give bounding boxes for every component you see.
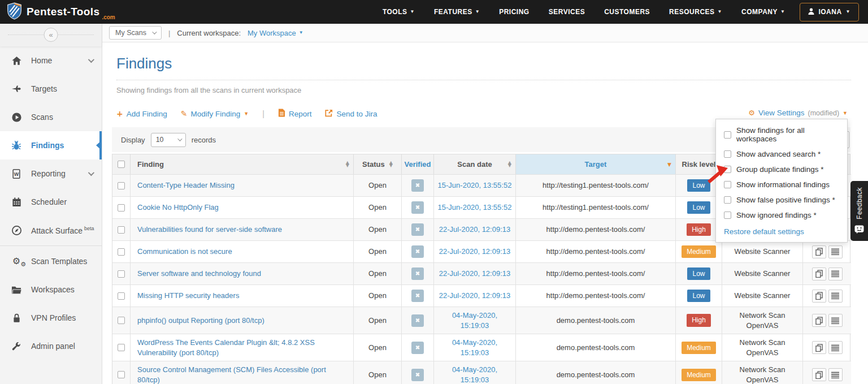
scan-date-link[interactable]: 22-Jul-2020, 12:09:13 xyxy=(439,291,510,301)
scan-date-link[interactable]: 04-May-2020, 15:19:03 xyxy=(437,338,512,357)
select-all-checkbox[interactable] xyxy=(118,161,125,168)
checkbox[interactable] xyxy=(724,212,731,219)
sidebar-collapse-button[interactable]: « xyxy=(44,28,58,42)
user-menu-button[interactable]: IOANA ▼ xyxy=(800,3,859,21)
header-finding[interactable]: Finding▲▼ xyxy=(131,154,354,174)
finding-link[interactable]: Missing HTTP security headers xyxy=(137,291,239,301)
restore-default-settings-link[interactable]: Restore default settings xyxy=(724,227,804,236)
details-list-icon[interactable] xyxy=(828,368,843,381)
sidebar-item-scheduler[interactable]: Scheduler xyxy=(0,188,102,216)
row-checkbox[interactable] xyxy=(118,182,125,189)
duplicate-icon[interactable] xyxy=(812,368,826,381)
row-checkbox[interactable] xyxy=(118,344,125,351)
scan-date-link[interactable]: 22-Jul-2020, 12:09:13 xyxy=(439,225,510,235)
verified-badge[interactable]: ✖ xyxy=(411,369,424,381)
details-list-icon[interactable] xyxy=(828,341,843,354)
nav-item-resources[interactable]: RESOURCES▼ xyxy=(669,8,722,16)
checkbox[interactable] xyxy=(724,150,731,158)
sidebar-item-workspaces[interactable]: Workspaces xyxy=(0,275,102,304)
menu-item-informational[interactable]: Show informational findings xyxy=(724,180,839,189)
gear-icon: ⚙ xyxy=(748,109,755,117)
finding-link[interactable]: Content-Type Header Missing xyxy=(137,180,235,191)
nav-item-company[interactable]: COMPANY▼ xyxy=(741,8,785,16)
workspace-selector-link[interactable]: My Workspace ▼ xyxy=(248,29,303,37)
records-label: records xyxy=(192,136,216,144)
sidebar-item-vpn-profiles[interactable]: VPN Profiles xyxy=(0,304,102,332)
menu-item-false-positive[interactable]: Show false positive findings * xyxy=(724,196,839,204)
verified-badge[interactable]: ✖ xyxy=(411,245,424,258)
verified-badge[interactable]: ✖ xyxy=(411,223,424,236)
row-checkbox[interactable] xyxy=(118,270,125,278)
verified-badge[interactable]: ✖ xyxy=(411,342,424,354)
row-checkbox[interactable] xyxy=(118,371,125,378)
sidebar-item-targets[interactable]: Targets xyxy=(0,75,102,103)
row-checkbox[interactable] xyxy=(118,248,125,256)
finding-link[interactable]: phpinfo() output Reporting (port 80/tcp) xyxy=(137,316,264,326)
menu-item-advanced-search[interactable]: Show advanced search * xyxy=(724,150,839,158)
scan-date-link[interactable]: 04-May-2020, 15:19:03 xyxy=(437,365,512,384)
report-button[interactable]: Report xyxy=(278,109,312,119)
header-scan-date[interactable]: Scan date▲▼ xyxy=(434,154,516,174)
sidebar-item-home[interactable]: Home xyxy=(0,46,102,75)
nav-item-tools[interactable]: TOOLS▼ xyxy=(383,8,415,16)
chevron-down-icon xyxy=(88,57,94,63)
duplicate-icon[interactable] xyxy=(812,314,826,327)
scan-date-link[interactable]: 22-Jul-2020, 12:09:13 xyxy=(439,269,510,279)
sidebar-item-scan-templates[interactable]: ⚙⚙ Scan Templates xyxy=(0,247,102,275)
sidebar-item-admin-panel[interactable]: Admin panel xyxy=(0,332,102,360)
records-per-page-select[interactable]: 10 xyxy=(151,133,186,147)
verified-badge[interactable]: ✖ xyxy=(411,179,424,192)
scan-date-link[interactable]: 04-May-2020, 15:19:03 xyxy=(437,310,512,330)
duplicate-icon[interactable] xyxy=(812,290,826,303)
row-checkbox[interactable] xyxy=(118,204,125,212)
scan-date-link[interactable]: 22-Jul-2020, 12:09:13 xyxy=(439,247,510,257)
header-target[interactable]: Target▼ xyxy=(516,154,676,174)
verified-badge[interactable]: ✖ xyxy=(411,201,424,214)
menu-item-group-duplicates[interactable]: Group duplicate findings * xyxy=(724,165,839,174)
finding-link[interactable]: Communication is not secure xyxy=(137,247,232,257)
sidebar-item-attack-surface[interactable]: Attack Surfacebeta xyxy=(0,216,102,244)
nav-item-features[interactable]: FEATURES▼ xyxy=(434,8,480,16)
nav-item-services[interactable]: SERVICES xyxy=(549,8,585,16)
finding-link[interactable]: Vulnerabilities found for server-side so… xyxy=(137,225,282,235)
verified-badge[interactable]: ✖ xyxy=(411,267,424,280)
add-finding-button[interactable]: + Add Finding xyxy=(116,109,167,118)
nav-item-customers[interactable]: CUSTOMERS xyxy=(604,8,650,16)
scan-date-link[interactable]: 15-Jun-2020, 13:55:52 xyxy=(438,202,512,213)
checkbox[interactable] xyxy=(724,131,731,139)
view-settings-button[interactable]: ⚙ View Settings (modified) ▼ xyxy=(748,109,848,117)
menu-item-all-workspaces[interactable]: Show findings for all workspaces xyxy=(724,126,839,143)
details-list-icon[interactable] xyxy=(828,290,843,303)
sort-icon: ▲▼ xyxy=(508,162,511,167)
brand-logo[interactable]: Pentest-Tools .com xyxy=(7,2,115,22)
row-checkbox[interactable] xyxy=(118,317,125,324)
verified-badge[interactable]: ✖ xyxy=(411,314,424,327)
sidebar-item-reporting[interactable]: W Reporting xyxy=(0,159,102,188)
checkbox[interactable] xyxy=(724,196,731,204)
x-icon: ✖ xyxy=(415,204,420,212)
header-verified[interactable]: Verified xyxy=(402,154,434,174)
row-checkbox[interactable] xyxy=(118,292,125,300)
verified-badge[interactable]: ✖ xyxy=(411,290,424,302)
row-checkbox[interactable] xyxy=(118,226,125,234)
finding-link[interactable]: Server software and technology found xyxy=(137,269,261,279)
modify-finding-button[interactable]: ✎ Modify Finding ▼ xyxy=(181,109,249,118)
menu-item-ignored[interactable]: Show ignored findings * xyxy=(724,211,839,219)
sidebar-item-scans[interactable]: Scans xyxy=(0,103,102,131)
nav-item-pricing[interactable]: PRICING xyxy=(499,8,530,16)
duplicate-icon[interactable] xyxy=(812,245,826,258)
details-list-icon[interactable] xyxy=(828,314,843,327)
duplicate-icon[interactable] xyxy=(812,341,826,354)
duplicate-icon[interactable] xyxy=(812,267,826,281)
finding-link[interactable]: Source Control Management (SCM) Files Ac… xyxy=(137,365,350,384)
finding-link[interactable]: WordPress The Events Calendar Plugin &lt… xyxy=(137,338,350,357)
finding-link[interactable]: Cookie No HttpOnly Flag xyxy=(137,202,219,213)
details-list-icon[interactable] xyxy=(828,267,843,281)
details-list-icon[interactable] xyxy=(828,245,843,258)
header-status[interactable]: Status▲▼ xyxy=(354,154,402,174)
scan-date-link[interactable]: 15-Jun-2020, 13:55:52 xyxy=(438,180,512,191)
scans-selector-button[interactable]: My Scans xyxy=(109,26,162,40)
sidebar-item-findings[interactable]: Findings xyxy=(0,131,102,159)
send-to-jira-button[interactable]: Send to Jira xyxy=(325,109,377,119)
feedback-tab[interactable]: Feedback xyxy=(850,181,868,241)
